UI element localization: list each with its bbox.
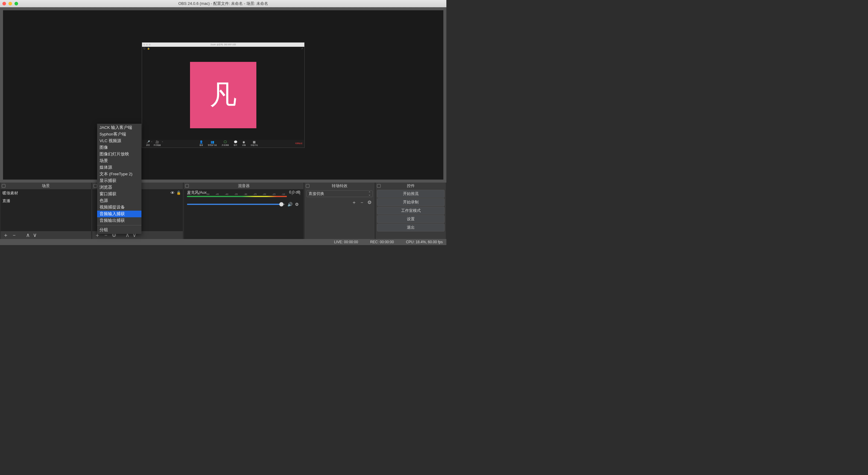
menu-item[interactable]: VLC 视频源 bbox=[97, 138, 142, 144]
status-live: LIVE: 00:00:00 bbox=[334, 240, 358, 244]
add-transition-button[interactable]: ＋ bbox=[352, 200, 356, 206]
scene-up-button[interactable]: ∧ bbox=[26, 232, 30, 238]
vu-ticks: -60-55-50-45-40-35-30-25-20-15-10-50 bbox=[187, 193, 300, 196]
transitions-body: 直接切换 ⌃⌄ ＋ － ⚙ bbox=[305, 189, 375, 239]
settings-button[interactable]: 设置 bbox=[377, 215, 444, 223]
volume-slider[interactable] bbox=[187, 204, 285, 205]
zoom-main: 凡 bbox=[142, 50, 304, 140]
transition-settings-button[interactable]: ⚙ bbox=[367, 200, 372, 206]
info-icon: ⓘ bbox=[143, 47, 145, 50]
zoom-avatar: 凡 bbox=[190, 62, 256, 128]
mixer-channel: 麦克风/Aux 0.0 dB -60-55-50-45-40-35-30-25-… bbox=[184, 189, 303, 207]
menu-item[interactable]: 视频捕捉设备 bbox=[97, 204, 142, 211]
zoom-video: 🎥开启视频 bbox=[154, 140, 161, 147]
menu-item[interactable]: 浏览器 bbox=[97, 184, 142, 191]
exit-button[interactable]: 退出 bbox=[377, 224, 444, 232]
studio-mode-button[interactable]: 工作室模式 bbox=[377, 207, 444, 214]
menu-item[interactable]: 显示捕获 bbox=[97, 177, 142, 184]
lock-icon[interactable]: 🔓 bbox=[177, 191, 181, 195]
transitions-header: 转场特效 bbox=[305, 183, 375, 189]
controls-header: 控件 bbox=[376, 183, 446, 189]
preview-area: Zoom 会议号: 392-697-103 ⓘ 🔒 ⤢ 凡 🎤静音 ^ 🎥开启视… bbox=[0, 7, 446, 183]
zoom-participants: 👥管理参与者 bbox=[208, 140, 217, 147]
scenes-popout-icon[interactable] bbox=[2, 184, 5, 188]
window-title: OBS 24.0.6 (mac) - 配置文件: 未命名 - 场景: 未命名 bbox=[178, 1, 268, 6]
transitions-popout-icon[interactable] bbox=[306, 184, 309, 188]
mixer-panel: 混音器 麦克风/Aux 0.0 dB -60-55-50-45-40-35-30… bbox=[184, 183, 303, 239]
scene-item[interactable]: 暖场素材 bbox=[1, 189, 91, 197]
menu-item[interactable]: 图像 bbox=[97, 144, 142, 151]
start-recording-button[interactable]: 开始录制 bbox=[377, 198, 444, 206]
titlebar: OBS 24.0.6 (mac) - 配置文件: 未命名 - 场景: 未命名 bbox=[0, 0, 446, 7]
controls-body: 开始推流 开始录制 工作室模式 设置 退出 bbox=[376, 189, 446, 239]
mixer-header: 混音器 bbox=[184, 183, 303, 189]
menu-item[interactable]: JACK 输入客户端 bbox=[97, 124, 142, 131]
menu-separator bbox=[97, 225, 142, 226]
menu-item[interactable]: 窗口捕获 bbox=[97, 191, 142, 197]
zoom-breakout: ▦分组讨论 bbox=[251, 140, 258, 147]
menu-item[interactable]: 文本 (FreeType 2) bbox=[97, 171, 142, 177]
zoom-info-bar: ⓘ 🔒 ⤢ bbox=[142, 47, 304, 50]
add-source-menu[interactable]: JACK 输入客户端Syphon客户端VLC 视频源图像图像幻灯片放映场景媒体源… bbox=[97, 124, 142, 234]
transitions-panel: 转场特效 直接切换 ⌃⌄ ＋ － ⚙ bbox=[305, 183, 375, 239]
scenes-panel: 场景 暖场素材 直播 ＋ － ∧ ∨ bbox=[1, 183, 91, 239]
menu-item[interactable]: 场景 bbox=[97, 157, 142, 164]
zoom-titlebar: Zoom 会议号: 392-697-103 bbox=[142, 42, 304, 47]
captured-zoom-window: Zoom 会议号: 392-697-103 ⓘ 🔒 ⤢ 凡 🎤静音 ^ 🎥开启视… bbox=[142, 42, 305, 148]
speaker-icon[interactable]: 🔊 bbox=[287, 202, 292, 207]
menu-item[interactable]: 分组 bbox=[97, 227, 142, 233]
menu-item[interactable]: 音频输出捕获 bbox=[97, 217, 142, 224]
transitions-tools: ＋ － ⚙ bbox=[305, 198, 375, 207]
remove-transition-button[interactable]: － bbox=[360, 200, 364, 206]
sources-popout-icon[interactable] bbox=[93, 184, 97, 188]
window-minimize-dot[interactable] bbox=[8, 2, 12, 5]
preview-canvas[interactable]: Zoom 会议号: 392-697-103 ⓘ 🔒 ⤢ 凡 🎤静音 ^ 🎥开启视… bbox=[3, 10, 443, 180]
status-bar: LIVE: 00:00:00 REC: 00:00:00 CPU: 18.4%,… bbox=[0, 239, 446, 245]
remove-scene-button[interactable]: － bbox=[11, 232, 17, 239]
scene-down-button[interactable]: ∨ bbox=[33, 232, 37, 238]
zoom-record: ◉录像 bbox=[242, 140, 246, 147]
window-zoom-dot[interactable] bbox=[14, 2, 18, 5]
zoom-invite: 👤邀请 bbox=[199, 140, 203, 147]
controls-popout-icon[interactable] bbox=[377, 184, 381, 188]
zoom-mute: 🎤静音 bbox=[146, 140, 150, 147]
expand-icon: ⤢ bbox=[301, 48, 303, 50]
menu-item[interactable]: 图像幻灯片放映 bbox=[97, 151, 142, 157]
scenes-list[interactable]: 暖场素材 直播 bbox=[1, 189, 91, 231]
add-scene-button[interactable]: ＋ bbox=[3, 232, 8, 239]
visibility-icon[interactable]: 👁 bbox=[170, 190, 175, 195]
vu-meter: -60-55-50-45-40-35-30-25-20-15-10-50 bbox=[187, 196, 300, 201]
gear-icon[interactable]: ⚙ bbox=[295, 202, 299, 207]
scene-item[interactable]: 直播 bbox=[1, 197, 91, 205]
mixer-body: 麦克风/Aux 0.0 dB -60-55-50-45-40-35-30-25-… bbox=[184, 189, 303, 239]
chevron-updown-icon: ⌃⌄ bbox=[368, 192, 371, 196]
menu-item[interactable]: 色源 bbox=[97, 197, 142, 204]
zoom-chat: 💬聊天 bbox=[234, 140, 237, 147]
transition-select[interactable]: 直接切换 ⌃⌄ bbox=[306, 190, 373, 197]
status-rec: REC: 00:00:00 bbox=[370, 240, 394, 244]
scenes-toolbar: ＋ － ∧ ∨ bbox=[1, 231, 91, 239]
zoom-window-title: Zoom 会议号: 392-697-103 bbox=[211, 43, 236, 46]
menu-item[interactable]: 音频输入捕获 bbox=[97, 211, 142, 217]
controls-panel: 控件 开始推流 开始录制 工作室模式 设置 退出 bbox=[376, 183, 446, 239]
panels-row: 场景 暖场素材 直播 ＋ － ∧ ∨ 源 👁 🔓 ＋ － bbox=[0, 183, 446, 239]
zoom-share: 🖵共享屏幕 bbox=[222, 140, 229, 147]
menu-item[interactable]: 媒体源 bbox=[97, 164, 142, 171]
zoom-controls-bar: 🎤静音 ^ 🎥开启视频 ^ 👤邀请 👥管理参与者 🖵共享屏幕 💬聊天 ◉录像 ▦… bbox=[142, 140, 304, 148]
lock-icon: 🔒 bbox=[147, 48, 150, 50]
scenes-header: 场景 bbox=[1, 183, 91, 189]
mixer-popout-icon[interactable] bbox=[185, 184, 189, 188]
slider-knob[interactable] bbox=[279, 202, 283, 206]
start-streaming-button[interactable]: 开始推流 bbox=[377, 190, 444, 198]
menu-item[interactable]: Syphon客户端 bbox=[97, 131, 142, 138]
status-cpu: CPU: 18.4%, 60.00 fps bbox=[406, 240, 443, 244]
zoom-end-meeting: 结束会议 bbox=[295, 142, 303, 145]
window-close-dot[interactable] bbox=[2, 2, 6, 5]
